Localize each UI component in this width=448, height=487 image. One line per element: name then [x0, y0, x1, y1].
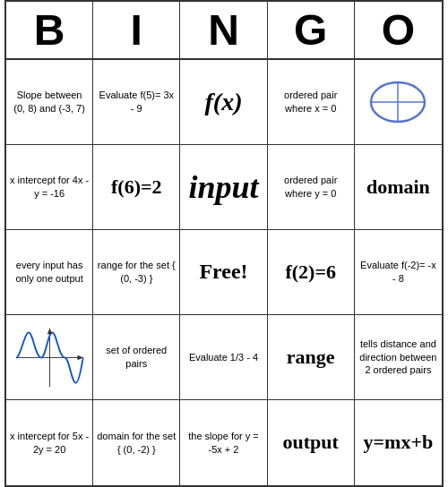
cell-content-r5c2: domain for the set { (0, -2) }: [97, 430, 176, 457]
cell-content-r1c3: f(x): [205, 86, 243, 118]
cell-r4c1: [6, 315, 93, 400]
cell-content-r3c5: Evaluate f(-2)= -x - 8: [358, 259, 438, 286]
cell-r5c1: x intercept for 5x - 2y = 20: [6, 400, 93, 485]
header-n: N: [180, 2, 267, 58]
cell-content-r5c4: output: [283, 430, 339, 456]
cell-content-r1c1: Slope between (0, 8) and (-3, 7): [10, 89, 89, 115]
cell-content-r5c1: x intercept for 5x - 2y = 20: [10, 430, 89, 457]
cell-r3c2: range for the set { (0, -3) }: [93, 230, 180, 315]
cell-content-r2c5: domain: [366, 175, 430, 201]
cell-r5c2: domain for the set { (0, -2) }: [93, 400, 180, 485]
cell-r4c5: tells distance and direction between 2 o…: [355, 315, 442, 400]
cell-content-r5c5: y=mx+b: [364, 430, 434, 456]
cell-content-r3c4: f(2)=6: [285, 260, 336, 286]
bingo-card: B I N G O Slope between (0, 8) and (-3, …: [4, 0, 444, 487]
cell-r2c3: input: [180, 145, 267, 230]
cell-r3c3: Free!: [180, 230, 267, 315]
cell-r2c2: f(6)=2: [93, 145, 180, 230]
cell-r4c3: Evaluate 1/3 - 4: [180, 315, 267, 400]
cell-r5c3: the slope for y = -5x + 2: [180, 400, 267, 485]
cell-content-r5c3: the slope for y = -5x + 2: [184, 430, 263, 457]
cell-r2c5: domain: [355, 145, 442, 230]
bingo-grid: Slope between (0, 8) and (-3, 7)Evaluate…: [6, 60, 442, 485]
cell-content-r4c2: set of ordered pairs: [97, 344, 176, 371]
header-i: I: [93, 2, 180, 58]
cell-r1c1: Slope between (0, 8) and (-3, 7): [6, 60, 93, 145]
cell-r5c5: y=mx+b: [355, 400, 442, 485]
bingo-header: B I N G O: [6, 2, 442, 60]
cell-content-r2c2: f(6)=2: [111, 175, 162, 201]
cell-r1c4: ordered pair where x = 0: [268, 60, 355, 145]
cell-content-r4c4: range: [287, 345, 335, 371]
cell-content-r2c1: x intercept for 4x - y = -16: [10, 174, 89, 201]
cell-r4c4: range: [268, 315, 355, 400]
cell-content-r3c1: every input has only one output: [10, 259, 89, 286]
sine-wave-icon: [12, 324, 88, 391]
cell-content-r2c3: input: [188, 167, 258, 209]
svg-marker-5: [47, 328, 52, 334]
cell-content-r4c3: Evaluate 1/3 - 4: [189, 351, 258, 364]
header-o: O: [355, 2, 442, 58]
cell-r3c4: f(2)=6: [268, 230, 355, 315]
cell-r1c3: f(x): [180, 60, 267, 145]
cell-r4c2: set of ordered pairs: [93, 315, 180, 400]
cell-r1c5: [355, 60, 442, 145]
cell-content-r3c3: Free!: [199, 258, 247, 286]
cell-content-r1c2: Evaluate f(5)= 3x - 9: [97, 89, 176, 115]
cell-r2c4: ordered pair where y = 0: [268, 145, 355, 230]
ellipse-icon: [362, 71, 434, 133]
cell-r3c5: Evaluate f(-2)= -x - 8: [355, 230, 442, 315]
cell-content-r4c5: tells distance and direction between 2 o…: [358, 337, 438, 378]
cell-r5c4: output: [268, 400, 355, 485]
cell-content-r3c2: range for the set { (0, -3) }: [97, 259, 176, 286]
cell-r1c2: Evaluate f(5)= 3x - 9: [93, 60, 180, 145]
cell-r3c1: every input has only one output: [6, 230, 93, 315]
header-g: G: [268, 2, 355, 58]
header-b: B: [6, 2, 93, 58]
cell-r2c1: x intercept for 4x - y = -16: [6, 145, 93, 230]
cell-content-r2c4: ordered pair where y = 0: [271, 174, 350, 201]
cell-content-r1c4: ordered pair where x = 0: [271, 89, 350, 115]
